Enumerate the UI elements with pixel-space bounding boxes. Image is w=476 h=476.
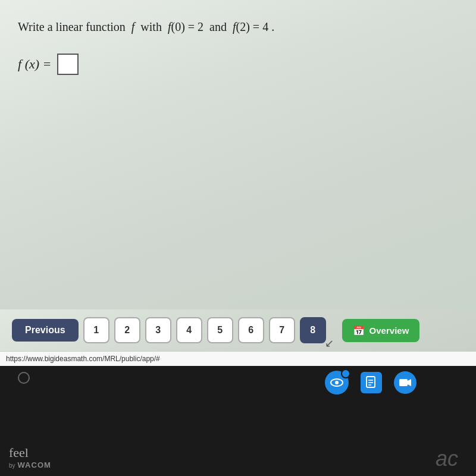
page-button-3[interactable]: 3	[145, 317, 171, 343]
wacom-feel-text: feel	[9, 446, 51, 459]
acer-logo: ac	[436, 446, 458, 471]
previous-button[interactable]: Previous	[12, 319, 79, 342]
page-button-6[interactable]: 6	[238, 317, 264, 343]
doc-icon[interactable]	[361, 372, 382, 393]
page-button-8[interactable]: 8	[300, 317, 326, 343]
page-button-1[interactable]: 1	[83, 317, 109, 343]
answer-label: f (x) =	[18, 57, 51, 72]
wacom-brand-text: WACOM	[18, 461, 51, 469]
calendar-icon: 📅	[353, 325, 365, 336]
url-bar: https://www.bigideasmath.com/MRL/public/…	[0, 352, 476, 366]
question-text: Write a linear function f with f(0) = 2 …	[18, 18, 458, 36]
overview-button[interactable]: 📅 Overview	[342, 319, 420, 342]
svg-rect-2	[367, 377, 375, 387]
svg-point-1	[335, 381, 339, 384]
function-name: f	[131, 20, 135, 33]
navigation-bar: Previous 1 2 3 4 5 6 7 8 ↙ 📅 Overview	[0, 309, 476, 351]
zoom-svg	[399, 378, 412, 387]
eye-icon[interactable]	[325, 371, 349, 394]
wacom-by-text: by	[9, 462, 15, 469]
taskbar-icons	[325, 371, 416, 394]
doc-svg	[365, 376, 377, 389]
svg-marker-7	[408, 379, 411, 386]
taskbar: feel by WACOM ac	[0, 366, 476, 476]
zoom-icon[interactable]	[394, 371, 416, 394]
wacom-logo: feel by WACOM	[9, 446, 51, 470]
svg-rect-6	[399, 379, 408, 386]
url-text: https://www.bigideasmath.com/MRL/public/…	[6, 355, 160, 363]
answer-input-box[interactable]	[57, 54, 79, 75]
wacom-byline: by WACOM	[9, 459, 51, 470]
overview-label: Overview	[369, 325, 409, 336]
page-button-4[interactable]: 4	[176, 317, 202, 343]
answer-row: f (x) =	[18, 54, 458, 75]
content-area: Write a linear function f with f(0) = 2 …	[0, 0, 476, 351]
taskbar-circle	[18, 372, 30, 384]
page-button-2[interactable]: 2	[114, 317, 140, 343]
page-button-7[interactable]: 7	[269, 317, 295, 343]
cursor-pointer: ↙	[325, 337, 334, 351]
eye-svg	[330, 378, 343, 387]
page-button-5[interactable]: 5	[207, 317, 233, 343]
